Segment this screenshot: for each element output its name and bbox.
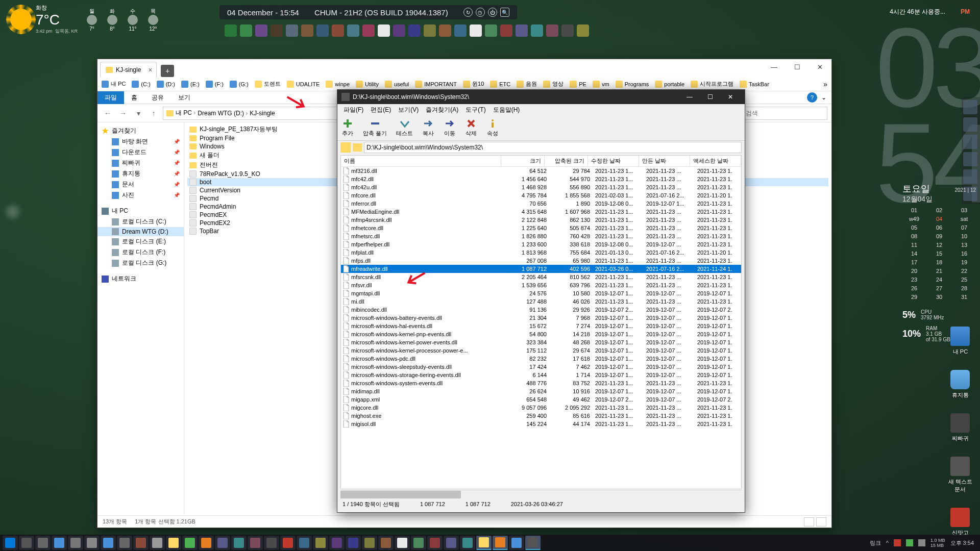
bookmark-item[interactable]: UDALITE [287, 81, 320, 88]
breadcrumb-segment[interactable]: Dream WTG (D:) [198, 110, 248, 117]
refresh-icon[interactable]: ↻ [463, 8, 473, 17]
dropdown-history[interactable]: ▾ [132, 107, 144, 119]
sidebar-drive[interactable]: 로컬 디스크 (F:) [97, 247, 184, 258]
menu-item[interactable]: 파일(F) [340, 105, 366, 115]
sys-chevron[interactable]: ^ [886, 540, 889, 546]
volume-icon[interactable] [918, 539, 925, 546]
toolbar-copy[interactable]: 복사 [422, 118, 434, 137]
column-header[interactable]: 액세스한 날짜 [690, 156, 741, 166]
bookmark-item[interactable]: (D:) [157, 81, 175, 88]
file-row[interactable]: microsoft-windows-storage-tiering-events… [341, 371, 741, 379]
7zip-maximize[interactable]: ☐ [700, 90, 720, 104]
bookmark-item[interactable]: TaskBar [740, 81, 769, 88]
file-row[interactable]: mfsvr.dll1 539 656639 7962021-11-23 1...… [341, 281, 741, 289]
bookmark-item[interactable]: vm [593, 81, 609, 88]
sidebar-quick-access[interactable]: 즐겨찾기 [97, 126, 184, 136]
sidebar-drive[interactable]: 로컬 디스크 (E:) [97, 236, 184, 247]
bookmark-overflow[interactable]: » [823, 80, 827, 88]
file-row[interactable]: mi.dll127 48846 0262021-11-23 1...2021-1… [341, 297, 741, 306]
column-header[interactable]: 압축된 크기 [545, 156, 588, 166]
ribbon-tab[interactable]: 홈 [124, 91, 144, 104]
sys-flag-icon[interactable] [894, 539, 901, 546]
help-button[interactable]: ? [807, 92, 817, 103]
file-row[interactable]: microsoft-windows-pdc.dll82 23217 618201… [341, 355, 741, 363]
desktop-icon[interactable]: 새 텍스트 문서 [948, 457, 972, 493]
bookmark-item[interactable]: 음원 [517, 80, 537, 88]
search-icon[interactable]: 🔍 [500, 8, 509, 17]
sidebar-drive[interactable]: Dream WTG (D:) [97, 227, 184, 236]
7zip-close[interactable]: ✕ [720, 90, 741, 104]
sidebar-drive[interactable]: 로컬 디스크 (G:) [97, 258, 184, 268]
7zip-path-input[interactable] [364, 142, 742, 153]
start-button[interactable] [3, 536, 18, 550]
bookmark-item[interactable]: (C:) [132, 81, 150, 88]
forward-button[interactable]: → [117, 107, 129, 119]
file-row[interactable]: mfsrcsnk.dll2 205 464810 5622021-11-23 1… [341, 273, 741, 281]
sidebar-item[interactable]: 바탕 화면📌 [97, 136, 184, 147]
sidebar-item[interactable]: 문서📌 [97, 179, 184, 190]
desktop-icon[interactable]: 내 PC [950, 327, 970, 356]
toolbar-extract[interactable]: 압축 풀기 [363, 118, 387, 137]
column-header[interactable]: 수정한 날짜 [588, 156, 639, 166]
toolbar-info[interactable]: 속성 [486, 118, 499, 137]
column-header[interactable]: 만든 날짜 [639, 156, 690, 166]
7zip-minimize[interactable]: — [679, 90, 700, 104]
file-row[interactable]: MFMediaEngine.dll4 315 6481 607 9682021-… [341, 208, 741, 216]
file-row[interactable]: mfreadwrite.dll1 087 712402 5962021-03-2… [341, 265, 741, 273]
breadcrumb-segment[interactable]: 내 PC [176, 109, 195, 117]
file-row[interactable]: mibincodec.dll91 13629 9262019-12-07 2..… [341, 306, 741, 314]
sys-tray-icon[interactable] [906, 539, 913, 546]
menu-item[interactable]: 보기(V) [395, 105, 422, 115]
file-row[interactable]: microsoft-windows-hal-events.dll15 6727 … [341, 322, 741, 330]
menu-item[interactable]: 편집(E) [368, 105, 394, 115]
desktop-icon[interactable]: 휴지통 [950, 370, 970, 399]
bookmark-item[interactable]: (E:) [181, 81, 200, 88]
maximize-button[interactable]: ☐ [786, 59, 808, 74]
taskbar-7zip[interactable] [493, 536, 508, 550]
view-tiles-icon[interactable] [816, 517, 826, 527]
sidebar-drive[interactable]: 로컬 디스크 (C:) [97, 216, 184, 227]
file-row[interactable]: mfc42u.dll1 468 928556 8902021-11-23 1..… [341, 183, 741, 191]
up-button[interactable]: ↑ [148, 107, 160, 119]
file-row[interactable]: mfplat.dll1 813 968755 6842021-01-13 0..… [341, 248, 741, 257]
column-header[interactable]: 크기 [501, 156, 545, 166]
file-row[interactable]: microsoft-windows-sleepstudy-events.dll1… [341, 363, 741, 371]
bookmark-item[interactable]: PE [570, 81, 586, 88]
sidebar-item[interactable]: 다운로드📌 [97, 147, 184, 158]
bookmark-item[interactable]: 토렌트 [255, 80, 281, 88]
tab-close-icon[interactable]: × [148, 66, 152, 74]
new-tab-button[interactable]: + [161, 65, 174, 77]
menu-item[interactable]: 즐겨찾기(A) [423, 105, 461, 115]
breadcrumb-segment[interactable]: KJ-single [250, 110, 275, 117]
file-row[interactable]: microsoft-windows-kernel-processor-power… [341, 346, 741, 355]
bookmark-item[interactable]: 윈10 [463, 80, 484, 88]
desktop-icon[interactable]: 찌빠귀 [950, 413, 970, 442]
file-row[interactable]: mighost.exe259 40085 6162021-11-23 1...2… [341, 412, 741, 420]
file-row[interactable]: midimap.dll26 62410 9162019-12-07 1...20… [341, 387, 741, 395]
bookmark-item[interactable]: 영상 [543, 80, 564, 88]
power-icon[interactable]: ⏻ [488, 8, 497, 17]
bookmark-item[interactable]: Utility [356, 81, 379, 88]
bookmark-item[interactable]: 내 PC [102, 80, 126, 88]
file-row[interactable]: microsoft-windows-system-events.dll488 7… [341, 379, 741, 387]
ribbon-tab[interactable]: 보기 [171, 91, 198, 104]
file-row[interactable]: mfcore.dll4 795 7841 855 5682021-02-03 1… [341, 191, 741, 199]
file-row[interactable]: microsoft-windows-kernel-power-events.dl… [341, 338, 741, 346]
sidebar-item[interactable]: 휴지통📌 [97, 168, 184, 179]
close-button[interactable]: ✕ [808, 59, 831, 74]
bookmark-item[interactable]: (F:) [206, 81, 224, 88]
menu-item[interactable]: 도움말(H) [490, 105, 523, 115]
file-row[interactable]: mfnetsrc.dll1 826 880760 4282021-11-23 1… [341, 232, 741, 240]
7zip-hscroll[interactable] [340, 490, 742, 498]
bookmark-item[interactable]: portable [655, 81, 684, 88]
sys-link[interactable]: 링크 [870, 539, 881, 547]
desktop-icon[interactable]: 신맛고 [950, 508, 970, 537]
bookmark-item[interactable]: winpe [326, 81, 350, 88]
bookmark-item[interactable]: Programs [616, 81, 649, 88]
view-details-icon[interactable] [804, 517, 814, 527]
bookmark-item[interactable]: (G:) [230, 81, 249, 88]
file-row[interactable]: mgmtapi.dll24 57610 5802019-12-07 1...20… [341, 289, 741, 297]
file-row[interactable]: mfnetcore.dll1 225 640505 8742021-11-23 … [341, 224, 741, 232]
file-row[interactable]: migisol.dll145 22444 1742021-11-23 1...2… [341, 420, 741, 428]
file-row[interactable]: mfmp4srcsnk.dll2 122 848862 1302021-11-2… [341, 216, 741, 224]
